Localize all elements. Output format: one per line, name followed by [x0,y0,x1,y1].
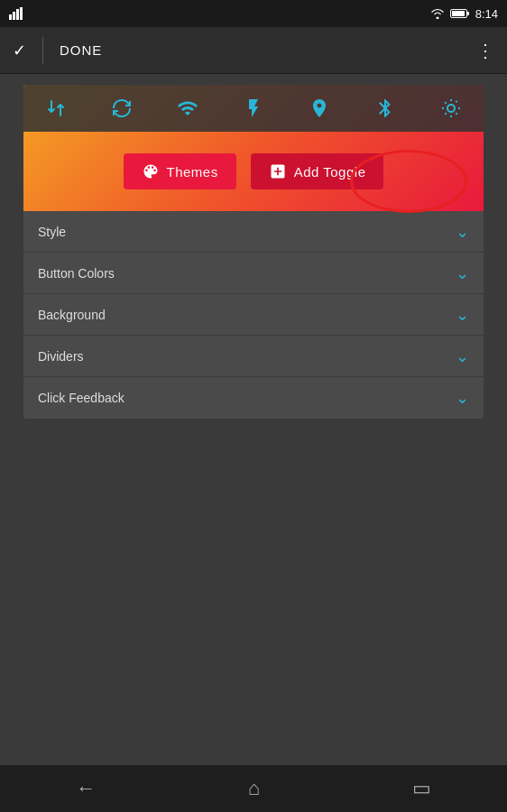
battery-status-icon [450,8,470,19]
dividers-item[interactable]: Dividers ⌄ [23,336,484,377]
bluetooth-toggle-icon[interactable] [352,92,418,125]
time-display: 8:14 [475,7,498,21]
click-feedback-label: Click Feedback [38,391,124,405]
button-colors-label: Button Colors [38,266,115,281]
status-left [9,7,23,20]
done-check-icon: ✓ [13,41,26,60]
main-panel: Themes Add Toggle Style ⌄ Button Colors … [23,85,484,419]
refresh-toggle-icon[interactable] [89,92,155,125]
click-feedback-chevron-icon: ⌄ [456,388,469,408]
nav-bar: ← ⌂ ▭ [0,765,507,812]
dividers-chevron-icon: ⌄ [456,346,469,366]
back-button[interactable]: ← [76,777,96,800]
themes-button[interactable]: Themes [124,153,236,189]
button-colors-item[interactable]: Button Colors ⌄ [23,253,484,294]
wifi-toggle-icon[interactable] [155,92,221,125]
svg-rect-3 [20,7,23,20]
svg-rect-2 [16,9,19,20]
done-label[interactable]: DONE [60,42,102,58]
add-toggle-icon [269,162,287,180]
settings-list: Style ⌄ Button Colors ⌄ Background ⌄ Div… [23,211,484,419]
themes-icon [142,162,160,180]
toggle-icons-row [23,85,484,132]
preview-area: Themes Add Toggle [23,85,484,211]
background-label: Background [38,308,106,322]
svg-rect-1 [13,12,15,20]
style-item[interactable]: Style ⌄ [23,211,484,253]
dividers-label: Dividers [38,349,84,364]
flash-toggle-icon[interactable] [221,92,287,125]
add-toggle-button[interactable]: Add Toggle [251,153,384,189]
done-section: ✓ DONE [13,37,102,64]
style-label: Style [38,225,66,239]
more-options-button[interactable]: ⋮ [476,40,494,61]
style-chevron-icon: ⌄ [456,222,469,242]
recents-button[interactable]: ▭ [412,777,431,800]
signal-icon [9,7,23,20]
auto-brightness-toggle-icon[interactable] [418,92,484,125]
background-item[interactable]: Background ⌄ [23,294,484,336]
status-right: 8:14 [430,7,498,21]
themes-button-label: Themes [167,164,218,180]
top-bar: ✓ DONE ⋮ [0,27,507,74]
buttons-row: Themes Add Toggle [23,132,484,211]
divider [42,37,43,64]
add-toggle-button-label: Add Toggle [294,164,366,180]
location-toggle-icon[interactable] [286,92,352,125]
home-button[interactable]: ⌂ [248,777,260,800]
click-feedback-item[interactable]: Click Feedback ⌄ [23,377,484,419]
status-bar: 8:14 [0,0,507,27]
wifi-status-icon [430,8,445,19]
button-colors-chevron-icon: ⌄ [456,263,469,283]
background-chevron-icon: ⌄ [456,305,469,325]
svg-rect-0 [9,14,12,20]
sort-toggle-icon[interactable] [23,92,89,125]
svg-rect-6 [466,12,469,15]
svg-rect-5 [452,11,465,16]
